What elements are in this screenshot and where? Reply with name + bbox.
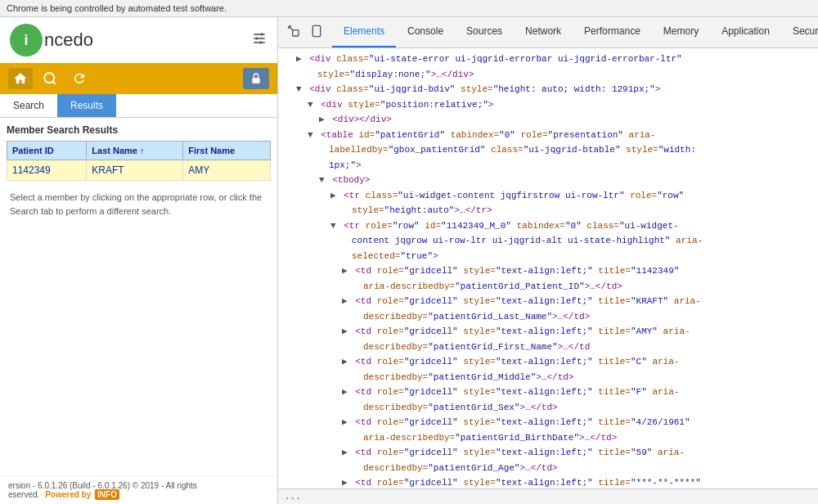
code-line-14[interactable]: ▶ <td role="gridcell" style="text-align:… [278,263,818,279]
code-line-0[interactable]: ▶ <div class="ui-state-error ui-jqgrid-e… [278,52,818,67]
info-text: Select a member by clicking on the appro… [7,191,271,218]
lock-button[interactable] [243,68,269,89]
line-content: <td role="gridcell" style="text-align:le… [355,385,679,399]
automation-notice: Chrome is being controlled by automated … [0,0,818,17]
code-line-15[interactable]: aria-describedby="patientGrid_Patient_ID… [278,279,818,295]
arrow-icon[interactable]: ▼ [308,98,318,112]
code-line-12[interactable]: content jqgrow ui-row-ltr ui-jqgrid-alt … [278,233,818,249]
code-line-21[interactable]: describedby="patientGrid_Middle">…</td> [278,370,818,385]
line-content: <td role="gridcell" style="text-align:le… [355,295,701,308]
code-line-11[interactable]: ▼ <tr role="row" id="1142349_M_0" tabind… [278,218,818,234]
code-line-4[interactable]: ▶ <div></div> [278,112,818,128]
devtools-content[interactable]: ▶ <div class="ui-state-error ui-jqgrid-e… [278,48,818,488]
logo-container: i ncedo [10,24,93,56]
line-content: <div class="ui-jqgrid-bdiv" style="heigh… [309,83,660,97]
arrow-icon[interactable]: ▼ [296,83,307,97]
code-line-2[interactable]: ▼ <div class="ui-jqgrid-bdiv" style="hei… [278,82,818,97]
table-cell-last_name: KRAFT [87,160,183,181]
arrow-icon[interactable]: ▶ [342,446,353,460]
code-line-8[interactable]: ▼ <tbody> [278,173,818,188]
line-content: content jqgrow ui-row-ltr ui-jqgrid-alt … [352,234,703,248]
line-content: style="display:none;">…</div> [317,68,474,82]
line-content: <td role="gridcell" style="text-align:le… [355,355,679,369]
arrow-icon[interactable]: ▼ [330,219,341,233]
code-line-1[interactable]: style="display:none;">…</div> [278,67,818,83]
tab-network[interactable]: Network [514,17,573,47]
code-line-3[interactable]: ▼ <div style="position:relative;"> [278,97,818,113]
code-line-6[interactable]: labelledby="gbox_patientGrid" class="ui-… [278,142,818,158]
inspect-element-button[interactable] [285,22,303,43]
arrow-icon[interactable]: ▶ [342,325,353,339]
code-line-23[interactable]: describedby="patientGrid_Sex">…</td> [278,400,818,416]
code-line-27[interactable]: describedby="patientGrid_Age">…</td> [278,461,818,476]
svg-line-7 [52,81,55,83]
line-content: <td role="gridcell" style="text-align:le… [355,476,701,488]
tab-elements[interactable]: Elements [332,17,396,47]
line-content: describedby="patientGrid_Age">…</td> [363,461,558,475]
arrow-icon[interactable]: ▼ [308,128,318,142]
arrow-icon[interactable]: ▶ [296,52,307,66]
tab-memory[interactable]: Memory [652,17,710,47]
code-line-22[interactable]: ▶ <td role="gridcell" style="text-align:… [278,385,818,400]
line-content: <tr class="ui-widget-content jqgfirstrow… [344,189,684,203]
line-content: <table id="patientGrid" tabindex="0" rol… [321,128,655,142]
arrow-icon[interactable]: ▶ [342,416,353,430]
tab-security[interactable]: Security [781,17,818,47]
line-content: <td role="gridcell" style="text-align:le… [355,446,685,460]
code-line-19[interactable]: describedby="patientGrid_First_Name">…</… [278,340,818,355]
code-line-13[interactable]: selected="true"> [278,249,818,264]
arrow-icon[interactable]: ▶ [330,189,341,203]
code-line-7[interactable]: 1px;"> [278,158,818,173]
tab-application[interactable]: Application [710,17,781,47]
table-header-row: Patient ID Last Name ↑ First Name [7,142,271,160]
line-content: <div></div> [332,113,392,127]
code-line-10[interactable]: style="height:auto">…</tr> [278,203,818,218]
devtools-panel: Elements Console Sources Network Perform… [278,17,818,504]
footer-version: ersion - 6.0.1.26 (Build - 6.0.1.26) © 2… [8,481,197,499]
svg-rect-9 [293,30,299,36]
code-line-25[interactable]: aria-describedby="patientGrid_BirthDate"… [278,430,818,446]
line-content: <td role="gridcell" style="text-align:le… [355,325,690,339]
arrow-icon[interactable]: ▶ [342,385,353,399]
tab-performance[interactable]: Performance [573,17,652,47]
line-content: <td role="gridcell" style="text-align:le… [355,416,690,430]
code-line-24[interactable]: ▶ <td role="gridcell" style="text-align:… [278,415,818,430]
line-content: describedby="patientGrid_Sex">…</td> [363,401,558,415]
tab-console[interactable]: Console [396,17,455,47]
arrow-icon[interactable]: ▼ [319,173,330,187]
home-button[interactable] [8,68,33,89]
code-line-9[interactable]: ▶ <tr class="ui-widget-content jqgfirstr… [278,188,818,204]
refresh-button[interactable] [67,68,92,89]
info-logo: INFO [95,489,119,500]
code-line-26[interactable]: ▶ <td role="gridcell" style="text-align:… [278,445,818,461]
line-content: describedby="patientGrid_Middle">…</td> [363,371,573,385]
search-button[interactable] [38,68,62,89]
code-line-5[interactable]: ▼ <table id="patientGrid" tabindex="0" r… [278,128,818,143]
code-line-18[interactable]: ▶ <td role="gridcell" style="text-align:… [278,324,818,340]
tab-search[interactable]: Search [0,94,57,117]
tab-results[interactable]: Results [57,94,116,117]
table-row[interactable]: 1142349KRAFTAMY [7,160,271,181]
code-line-16[interactable]: ▶ <td role="gridcell" style="text-align:… [278,294,818,309]
col-first-name: First Name [183,142,271,160]
svg-rect-10 [312,25,320,36]
line-content: <tbody> [332,173,370,187]
line-content: labelledby="gbox_patientGrid" class="ui-… [329,143,696,157]
code-line-28[interactable]: ▶ <td role="gridcell" style="text-align:… [278,475,818,488]
member-search-title: Member Search Results [7,124,271,136]
tab-sources[interactable]: Sources [455,17,514,47]
settings-icon[interactable] [251,30,267,50]
line-content: describedby="patientGrid_Last_Name">…</t… [363,310,590,324]
line-content: 1px;"> [329,159,362,173]
arrow-icon[interactable]: ▶ [342,264,353,278]
arrow-icon[interactable]: ▶ [342,355,353,369]
arrow-icon[interactable]: ▶ [342,476,353,488]
arrow-icon[interactable]: ▶ [319,113,330,127]
code-line-17[interactable]: describedby="patientGrid_Last_Name">…</t… [278,309,818,325]
device-toggle-button[interactable] [308,22,326,43]
tabs-section: Search Results [0,94,277,118]
line-content: selected="true"> [352,250,438,263]
table-cell-patient_id: 1142349 [7,160,87,181]
code-line-20[interactable]: ▶ <td role="gridcell" style="text-align:… [278,354,818,370]
arrow-icon[interactable]: ▶ [342,295,353,308]
